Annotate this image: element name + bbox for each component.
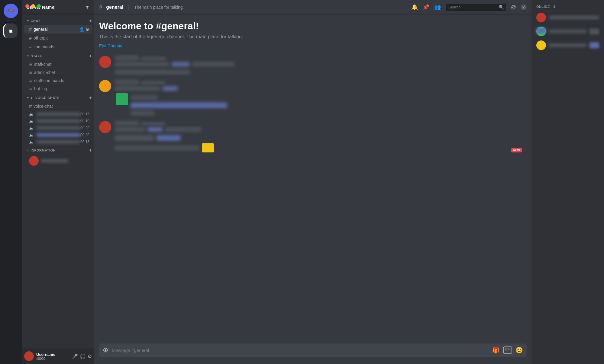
close-button[interactable] [25,4,29,8]
edit-channel-link[interactable]: Edit Channel [99,43,123,48]
category-information-label: ▼ INFORMATION [27,148,56,152]
channel-information-item[interactable] [24,155,92,167]
help-icon[interactable]: ? [521,4,527,10]
attach-button[interactable]: ⊕ [103,346,108,354]
minimize-button[interactable] [31,4,35,8]
member-avatar-1 [536,13,546,22]
channel-bot-log-label: bot-log [34,86,89,91]
online-header: ONLINE—3 [534,5,602,8]
server-divider [6,21,16,21]
channel-admin-chat[interactable]: ≋ admin-chat [24,69,92,76]
member-name-3 [549,43,586,47]
category-staff-add-button[interactable]: + [89,53,92,59]
channel-sidebar: Server Name ▼ ▼ CHAT + # general 👤 ⚙ [22,0,94,364]
mute-mic-icon[interactable]: 🎤 [72,353,78,359]
welcome-section: Welcome to #general! This is the start o… [99,21,527,49]
announce-icon: ≋ [29,78,32,83]
user-settings-icon[interactable]: ⚙ [88,353,92,359]
category-chat: ▼ CHAT + # general 👤 ⚙ # off-topic # com… [22,17,94,51]
category-staff-header[interactable]: ▼ STAFF + [22,52,94,60]
voice-channel-4-label [37,133,80,137]
channel-commands[interactable]: # commands [24,43,92,51]
message-input-box: ⊕ 🎁 GIF 😊 [99,343,527,357]
message-input[interactable] [112,348,489,353]
search-input[interactable] [448,5,499,9]
category-staff: ▼ STAFF + ≋ staff-chat ≋ admin-chat ≋ st… [22,52,94,93]
new-badge: NEW [511,147,522,152]
deafen-icon[interactable]: 🎧 [80,353,86,359]
emoji-picker-icon[interactable]: 😊 [515,346,523,354]
user-area: Username #0000 🎤 🎧 ⚙ [22,348,94,364]
member-name-1 [549,16,599,19]
channel-voice-chat-label: voice-chat [34,104,89,109]
category-chat-add-button[interactable]: + [89,18,92,24]
message-avatar-2 [99,80,111,92]
channel-bot-log[interactable]: ≋ bot-log [24,85,92,93]
voice-time-1: 00 15 [80,112,89,116]
channel-staff-chat[interactable]: ≋ staff-chat [24,60,92,68]
message-avatar-1 [99,56,111,68]
search-bar[interactable]: 🔍 [446,4,506,11]
message-username-1 [115,56,139,60]
volume-icon: 🔉 [29,112,34,117]
user-controls: 🎤 🎧 ⚙ [72,353,92,359]
channel-off-topic[interactable]: # off-topic [24,34,92,42]
hash-icon: # [29,104,32,109]
channel-header-topic: The main place for talking. [134,5,184,10]
discord-home-button[interactable]: 🎮 [4,4,18,18]
category-information-header[interactable]: ▼ INFORMATION + [22,146,94,154]
maximize-button[interactable] [37,4,41,8]
add-user-icon[interactable]: 👤 [79,27,84,32]
voice-channel-3[interactable]: 🔉 00 20 [24,125,92,131]
welcome-title: Welcome to #general! [99,21,527,32]
voice-channel-1[interactable]: 🔉 00 15 [24,111,92,117]
member-name-2 [549,30,586,33]
gif-button[interactable]: GIF [503,346,512,354]
channel-staff-chat-label: staff-chat [34,62,89,67]
message-content-3 [115,121,527,152]
category-information-add-button[interactable]: + [89,148,92,153]
channel-general[interactable]: # general 👤 ⚙ [24,25,92,34]
channel-off-topic-label: off-topic [34,36,89,40]
member-item-2[interactable] [534,25,602,38]
welcome-description: This is the start of the #general channe… [99,34,527,40]
gift-icon[interactable]: 🎁 [492,346,500,354]
message-group-1 [99,56,527,75]
announce-icon: ≋ [29,87,32,91]
channel-header-name: general [106,5,123,10]
voice-channel-4[interactable]: 🔉 00 20 [24,132,92,138]
channel-staff-commands[interactable]: ≋ staff-commands [24,77,92,85]
main-content: # general | The main place for talking. … [94,0,531,364]
notification-bell-icon[interactable]: 🔔 [411,4,418,11]
member-item-3[interactable] [534,39,602,52]
message-content-1 [115,56,527,75]
voice-channel-2[interactable]: 🔉 00 10 [24,118,92,124]
category-chat-label: ▼ CHAT [27,19,40,23]
category-chat-header[interactable]: ▼ CHAT + [22,17,94,25]
username: Username [36,352,69,357]
member-item-1[interactable] [534,11,602,24]
category-voice-add-button[interactable]: + [89,95,92,101]
settings-icon[interactable]: ⚙ [86,27,89,32]
search-icon: 🔍 [499,5,504,10]
member-list-icon[interactable]: 👥 [434,4,441,11]
channel-admin-chat-label: admin-chat [34,70,89,75]
voice-time-4: 00 20 [80,133,89,137]
volume-icon: 🔉 [29,133,34,137]
message-header-2 [115,80,527,84]
user-avatar [24,351,34,361]
channel-voice-chat[interactable]: # voice-chat [24,102,92,110]
input-actions: 🎁 GIF 😊 [492,346,523,354]
messages-area: Welcome to #general! This is the start o… [94,14,531,343]
voice-time-3: 00 20 [80,126,89,130]
hash-icon: # [29,35,32,41]
voice-channel-5[interactable]: 🔉 00 15 [24,139,92,145]
channel-header-hash-icon: # [99,4,102,11]
channel-general-label: general [34,27,79,32]
server-icon-active[interactable]: ■ [3,24,18,38]
category-voice-header[interactable]: ▼ ● VOICE CHATS + [22,94,94,102]
channel-commands-label: commands [34,44,89,49]
member-sidebar: ONLINE—3 [531,0,604,364]
at-mention-icon[interactable]: @ [511,5,516,10]
pin-icon[interactable]: 📌 [423,4,429,11]
